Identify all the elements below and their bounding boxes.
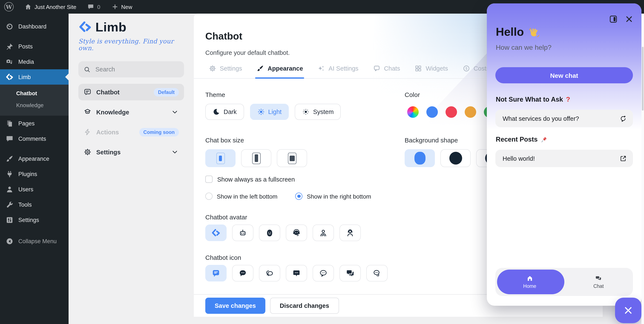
- person-headset-icon: [346, 228, 355, 237]
- color-swatch-red[interactable]: [446, 106, 457, 118]
- sidebar-item-posts[interactable]: Posts: [0, 39, 68, 54]
- avatar-option-person[interactable]: [313, 224, 334, 241]
- limb-logo-icon: [78, 20, 92, 34]
- icon-option-bubble-dots-filled[interactable]: [232, 265, 254, 282]
- person-icon: [318, 228, 328, 237]
- tab-widgets[interactable]: Widgets: [415, 65, 448, 78]
- ask-again-icon: [619, 115, 627, 122]
- chat-duo-icon: [595, 275, 602, 282]
- wordpress-logo-icon[interactable]: W: [4, 2, 14, 11]
- background-shape-dark-circle[interactable]: [440, 149, 471, 167]
- avatar-option-robot[interactable]: [232, 224, 254, 241]
- house-icon: [526, 275, 533, 282]
- tab-settings[interactable]: Settings: [209, 65, 242, 78]
- radio-show-in-the-right-bottom[interactable]: Show in the right bottom: [296, 193, 371, 200]
- scrollbar-thumb[interactable]: [642, 47, 644, 111]
- theme-light-button[interactable]: Light: [250, 104, 289, 120]
- theme-system-button[interactable]: System: [295, 104, 341, 120]
- admin-bar-site[interactable]: Just Another Site: [25, 3, 76, 10]
- limb-menu-knowledge[interactable]: Knowledge: [78, 104, 184, 120]
- bot-headset-icon: [292, 228, 301, 237]
- sun-dim-icon: [302, 108, 310, 116]
- sidebar-item-plugins[interactable]: Plugins: [0, 166, 68, 181]
- theme-dark-button[interactable]: Dark: [205, 104, 244, 120]
- sidebar-item-tools[interactable]: Tools: [0, 197, 68, 212]
- collapse-icon: [6, 237, 14, 245]
- radio-circle[interactable]: [205, 193, 212, 200]
- page-scrollbar[interactable]: [642, 14, 644, 324]
- comment-bubble-icon: [88, 3, 94, 10]
- color-swatch-orange[interactable]: [465, 106, 476, 118]
- radio-show-in-the-left-bottom[interactable]: Show in the left bottom: [205, 193, 278, 200]
- sidebar-item-media[interactable]: Media: [0, 54, 68, 69]
- sidebar-item-limb[interactable]: Limb: [0, 69, 68, 85]
- robot-icon: [238, 228, 248, 237]
- new-chat-button[interactable]: New chat: [495, 67, 633, 83]
- admin-bar-comments[interactable]: 0: [88, 3, 100, 10]
- sidebar-item-collapse-menu[interactable]: Collapse Menu: [0, 233, 68, 249]
- widget-subtitle: How can we help?: [496, 44, 552, 51]
- sidebar-item-comments[interactable]: Comments: [0, 131, 68, 146]
- limb-menu-chatbot[interactable]: ChatbotDefault: [78, 84, 184, 100]
- sidebar-item-pages[interactable]: Pages: [0, 116, 68, 131]
- background-shape-blue-blob[interactable]: [405, 149, 435, 167]
- sidebar-subitem-knowledge[interactable]: Knowledge: [0, 100, 68, 111]
- sidebar-item-users[interactable]: Users: [0, 181, 68, 197]
- chat-widget-panel: Hello How can we help? New chat Not Sure…: [487, 3, 642, 306]
- tab-chats[interactable]: Chats: [373, 65, 400, 78]
- color-swatch-rainbow[interactable]: [407, 106, 419, 118]
- home-icon: [25, 3, 32, 10]
- icon-option-square-bubble-dots[interactable]: [286, 265, 307, 282]
- coming-soon-badge: Coming soon: [139, 128, 179, 136]
- radio-circle[interactable]: [296, 193, 302, 200]
- sidebar-item-appearance[interactable]: Appearance: [0, 151, 68, 166]
- sun-icon: [257, 108, 265, 116]
- admin-bar-new[interactable]: New: [112, 3, 132, 10]
- search-box: [78, 61, 184, 77]
- widget-nav-chat[interactable]: Chat: [564, 268, 633, 296]
- gear-icon: [84, 148, 92, 156]
- search-input[interactable]: [94, 65, 179, 73]
- search-icon: [84, 66, 91, 73]
- tab-appearance[interactable]: Appearance: [256, 65, 303, 78]
- chat-box-size-compact[interactable]: [205, 149, 236, 167]
- chat-launcher-close-button[interactable]: [615, 298, 642, 323]
- widget-nav-home[interactable]: Home: [495, 268, 564, 296]
- tab-ai-settings[interactable]: AI Settings: [318, 65, 358, 78]
- sidebar-item-settings[interactable]: Settings: [0, 212, 68, 227]
- chat-box-size-large[interactable]: [277, 149, 307, 167]
- media-icon: [6, 58, 14, 66]
- limb-menu-actions[interactable]: ActionsComing soon: [78, 124, 184, 140]
- chat-box-size-medium[interactable]: [241, 149, 271, 167]
- dollar-icon: $: [462, 65, 470, 72]
- sidebar-subitem-chatbot[interactable]: Chatbot: [0, 88, 68, 100]
- icon-option-bubbles-outline[interactable]: [259, 265, 280, 282]
- dashboard-icon: [6, 22, 14, 30]
- limb-submenu: ChatbotKnowledge: [0, 85, 68, 116]
- fullscreen-checkbox[interactable]: [205, 176, 212, 183]
- avatar-option-limb-logo[interactable]: [205, 224, 226, 241]
- color-swatch-blue[interactable]: [426, 106, 438, 118]
- sidebar-item-dashboard[interactable]: Dashboard: [0, 19, 68, 34]
- avatar-option-face[interactable]: [259, 224, 280, 241]
- avatar-option-person-headset[interactable]: [340, 224, 361, 241]
- icon-option-chat-lines[interactable]: [205, 265, 226, 282]
- icon-option-bubble-pair-dots[interactable]: [366, 265, 388, 282]
- save-button[interactable]: Save changes: [205, 298, 265, 314]
- chat-box-size-label: Chat box size: [205, 137, 405, 144]
- pushpin-emoji-icon: [540, 136, 548, 143]
- icon-option-double-bubble-filled[interactable]: [340, 265, 361, 282]
- recent-posts-heading: Recent Posts: [496, 136, 548, 143]
- oval-bubble-dots-icon: [318, 269, 328, 278]
- discard-button[interactable]: Discard changes: [270, 298, 339, 314]
- expand-panel-icon: [609, 14, 618, 24]
- plus-icon: [112, 3, 118, 10]
- suggestion-card[interactable]: What services do you offer?: [495, 110, 633, 127]
- recent-post-card[interactable]: Hello world!: [495, 150, 633, 167]
- bubble-pair-dots-icon: [372, 269, 382, 278]
- icon-option-oval-bubble-dots[interactable]: [313, 265, 334, 282]
- avatar-option-bot-headset[interactable]: [286, 224, 307, 241]
- bubbles-outline-icon: [265, 269, 274, 278]
- wrench-icon: [6, 200, 14, 209]
- limb-menu-settings[interactable]: Settings: [78, 144, 184, 160]
